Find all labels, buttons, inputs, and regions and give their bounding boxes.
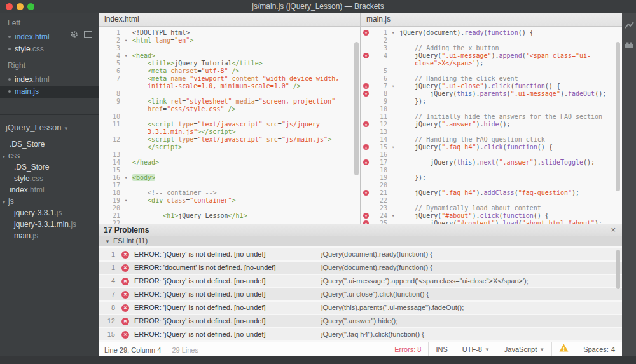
code-text — [130, 44, 132, 52]
fold-arrow-icon[interactable]: ▾ — [122, 197, 130, 205]
status-indent-spaces[interactable]: Spaces: 4 — [576, 342, 622, 357]
token: <div — [148, 197, 163, 204]
gutter-error-icon[interactable] — [361, 121, 371, 128]
line-number: 10 — [371, 105, 389, 113]
gutter: 12 — [361, 121, 397, 128]
eslint-section-header[interactable]: ▼ESLint (11) — [99, 236, 622, 246]
gutter: 6 — [361, 75, 397, 83]
gutter: 1 — [99, 29, 130, 37]
code-text — [397, 67, 399, 75]
code-text: <script type="text/javascript" src="js/j… — [130, 121, 324, 128]
gutter-spacer — [361, 182, 371, 189]
gutter-error-icon[interactable] — [361, 212, 371, 220]
workingset-right-item[interactable]: index.html — [0, 74, 99, 86]
code-line: 6 <meta charset="utf-8" /> — [99, 67, 360, 75]
tree-item[interactable]: main.js — [0, 230, 99, 241]
token: (); — [583, 159, 595, 166]
problem-row[interactable]: 1✕ERROR: 'jQuery' is not defined. [no-un… — [99, 248, 622, 260]
tree-item[interactable]: .DS_Store — [0, 161, 99, 173]
problem-row[interactable]: 4✕ERROR: 'jQuery' is not defined. [no-un… — [99, 275, 622, 287]
problems-header[interactable]: 17 Problems × — [99, 224, 622, 236]
gutter-error-icon[interactable] — [361, 83, 371, 90]
gutter-error-icon[interactable] — [361, 159, 371, 166]
problems-panel: 17 Problems × ▼ESLint (11) 1✕ERROR: 'jQu… — [99, 224, 622, 342]
status-language-select[interactable]: JavaScript▼ — [497, 342, 551, 357]
scrollbar-thumb[interactable] — [616, 42, 620, 191]
code-line: 14 // Handling the FAQ question click — [361, 136, 623, 144]
gutter: 21 — [361, 189, 397, 197]
fold-arrow-icon[interactable]: ▾ — [122, 174, 130, 182]
folder-collapse-arrow-icon[interactable]: ▾ — [3, 197, 8, 208]
editor-pane-left[interactable]: index.html 1<!DOCTYPE html>2▾<html lang=… — [99, 13, 360, 224]
fold-arrow-icon[interactable]: ▾ — [389, 144, 397, 151]
spaces-value: 4 — [611, 342, 615, 357]
gutter: 8 — [361, 90, 397, 98]
tree-item[interactable]: jquery-3.3.1.min.js — [0, 219, 99, 230]
token — [399, 136, 415, 143]
code-line: 2▾<html lang="en"> — [99, 37, 360, 44]
code-text: }); — [397, 174, 426, 182]
status-lint-warning[interactable]: ! — [551, 342, 576, 357]
token: ".ui-message" — [441, 52, 491, 59]
tree-folder-js[interactable]: ▾js — [0, 196, 99, 207]
code-text: <body> — [130, 174, 155, 182]
fold-arrow-icon[interactable]: ▾ — [389, 212, 397, 220]
problem-row[interactable]: 12✕ERROR: 'jQuery' is not defined. [no-u… — [99, 315, 622, 327]
gutter-error-icon[interactable] — [361, 29, 371, 37]
tree-item[interactable]: jquery-3.3.1.js — [0, 207, 99, 219]
gutter-error-icon[interactable] — [361, 52, 371, 60]
problem-row[interactable]: 7✕ERROR: 'jQuery' is not defined. [no-un… — [99, 288, 622, 300]
file-status-dot[interactable] — [8, 78, 11, 81]
project-dropdown[interactable]: jQuery_Lesson▾ — [0, 119, 99, 136]
gutter-error-icon[interactable] — [361, 189, 371, 197]
file-status-dot[interactable] — [8, 48, 11, 50]
token: ). — [483, 83, 491, 90]
problem-message: ERROR: 'jQuery' is not defined. [no-unde… — [134, 248, 266, 260]
close-icon[interactable]: × — [611, 224, 616, 236]
tree-item[interactable]: style.css — [0, 173, 99, 184]
gutter-error-icon[interactable] — [361, 90, 371, 98]
problem-row[interactable]: 1✕ERROR: 'document' is not defined. [no-… — [99, 262, 622, 274]
fold-spacer — [389, 128, 397, 136]
workingset-left-item[interactable]: index.html — [0, 31, 99, 43]
token: ). — [472, 159, 480, 166]
code-text: // Initially hide the answers for the FA… — [397, 113, 602, 121]
fold-arrow-icon[interactable]: ▾ — [389, 29, 397, 37]
line-number: 8 — [99, 90, 122, 98]
problem-row[interactable]: 15✕ERROR: 'jQuery' is not defined. [no-u… — [99, 328, 622, 340]
fold-arrow-icon[interactable]: ▾ — [122, 37, 130, 44]
status-errors[interactable]: Errors: 8 — [387, 342, 428, 357]
line-number: 5 — [371, 67, 389, 75]
editor-left-code[interactable]: 1<!DOCTYPE html>2▾<html lang="en">34▾<he… — [99, 27, 360, 226]
tree-item[interactable]: .DS_Store — [0, 138, 99, 150]
problem-row[interactable]: 8✕ERROR: 'jQuery' is not defined. [no-un… — [99, 302, 622, 314]
workingset-left-item[interactable]: style.css — [0, 43, 99, 55]
file-status-dot[interactable] — [8, 90, 11, 93]
fold-arrow-icon[interactable]: ▾ — [389, 83, 397, 90]
tree-folder-css[interactable]: ▾css — [0, 150, 99, 161]
folder-collapse-arrow-icon[interactable]: ▾ — [3, 151, 8, 163]
line-number: 3 — [371, 44, 389, 52]
live-preview-icon[interactable] — [625, 20, 634, 32]
fold-spacer — [389, 113, 397, 121]
editor-pane-right[interactable]: main.js 1▾jQuery(document).ready(functio… — [360, 13, 623, 224]
workingset-right-item[interactable]: main.js — [0, 86, 99, 98]
fold-arrow-icon[interactable]: ▾ — [122, 52, 130, 60]
editor-right-code[interactable]: 1▾jQuery(document).ready(function() {23 … — [361, 27, 623, 226]
tree-item[interactable]: index.html — [0, 184, 99, 196]
file-status-dot[interactable] — [8, 36, 11, 38]
status-insert-toggle[interactable]: INS — [428, 342, 454, 357]
extension-manager-icon[interactable] — [625, 39, 634, 51]
line-number: 9 — [99, 98, 122, 105]
status-encoding-select[interactable]: UTF-8▼ — [455, 342, 497, 357]
code-text: href="css/style.css" /> — [130, 105, 236, 113]
token: <meta — [148, 75, 167, 82]
token: function — [503, 212, 534, 219]
token — [132, 212, 163, 219]
code-line: 5 <title>jQuery Tutorial</title> — [99, 60, 360, 67]
gutter: 10 — [99, 113, 130, 121]
gutter-error-icon[interactable] — [361, 144, 371, 151]
scrollbar-thumb[interactable] — [616, 250, 620, 289]
scrollbar-thumb[interactable] — [354, 42, 359, 175]
code-line: 24▾ jQuery("#about").click(function() { — [361, 212, 623, 220]
